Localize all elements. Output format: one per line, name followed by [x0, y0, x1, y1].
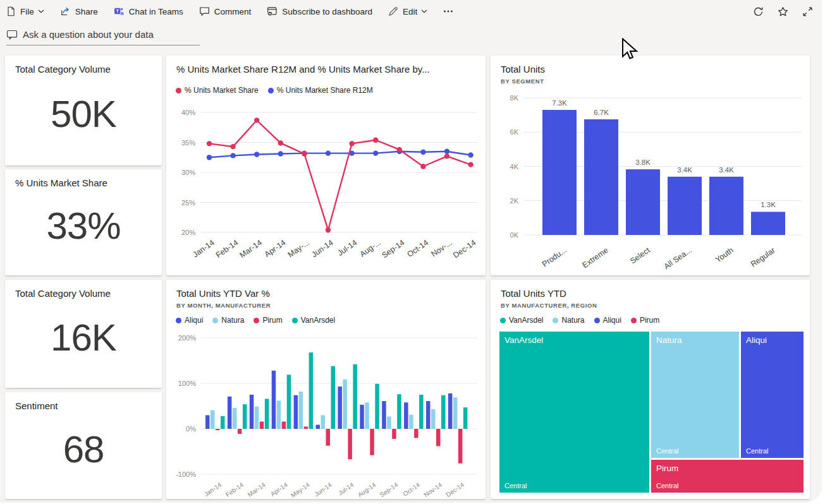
tile-total-units-ytd-treemap[interactable]: Total Units YTD BY MANUFACTURER, REGION … [491, 280, 810, 499]
svg-text:Oct-14: Oct-14 [405, 238, 430, 259]
subscribe-label: Subscribe to dashboard [282, 7, 372, 16]
ellipsis-icon [443, 6, 453, 16]
favorite-star-button[interactable] [778, 6, 788, 17]
treemap-region-label: Central [746, 447, 768, 455]
qa-question-input[interactable]: Ask a question about your data [6, 29, 200, 45]
tile-total-units-ytd-var[interactable]: Total Units YTD Var % BY MONTH, MANUFACT… [166, 280, 486, 499]
comment-button[interactable]: Comment [199, 6, 252, 16]
svg-text:3.4K: 3.4K [719, 166, 734, 174]
legend-item-pirum[interactable]: Pirum [254, 316, 282, 325]
svg-text:Dec-14: Dec-14 [444, 481, 465, 498]
svg-text:T: T [116, 8, 119, 14]
svg-text:Nov-...: Nov-... [430, 238, 454, 259]
grouped-column-chart[interactable]: -100%0%100%200%Jan-14Feb-14Mar-14Apr-14M… [166, 329, 486, 499]
legend-dot [176, 88, 181, 93]
svg-text:Jun-14: Jun-14 [313, 481, 333, 498]
svg-text:Mar-14: Mar-14 [247, 481, 267, 498]
svg-text:3.4K: 3.4K [677, 166, 692, 174]
legend-item-vanarsdel[interactable]: VanArsdel [500, 316, 543, 325]
tile-units-market-share[interactable]: % Units Market Share 33% [5, 169, 162, 275]
treemap-region-label: Central [504, 482, 527, 489]
toolbar: File Share T Chat in Teams Comment [0, 0, 822, 23]
teams-icon: T [114, 6, 125, 16]
legend-item--units-market-share[interactable]: % Units Market Share [176, 86, 259, 95]
legend-dot [594, 318, 600, 323]
legend-label: % Units Market Share R12M [277, 86, 373, 95]
file-menu-button[interactable]: File [6, 6, 44, 16]
treemap-block-vanarsdel[interactable]: VanArsdelCentral [499, 331, 650, 493]
grouped-chart-legend: AliquiNaturaPirumVanArsdel [176, 316, 335, 325]
legend-item-natura[interactable]: Natura [553, 316, 584, 325]
legend-item--units-market-share-r12m[interactable]: % Units Market Share R12M [268, 86, 373, 95]
tile-title: Total Category Volume [15, 288, 111, 299]
subscribe-button[interactable]: Subscribe to dashboard [267, 6, 372, 16]
chevron-down-icon [421, 9, 427, 13]
legend-item-aliqui[interactable]: Aliqui [176, 316, 203, 325]
chat-in-teams-label: Chat in Teams [129, 7, 183, 16]
legend-dot [500, 318, 506, 323]
svg-text:Produ...: Produ... [541, 246, 568, 269]
legend-label: VanArsdel [301, 316, 335, 325]
svg-text:Select: Select [628, 246, 652, 266]
chart-title: % Units Market Share R12M and % Units Ma… [176, 64, 430, 75]
svg-text:Sep-14: Sep-14 [379, 481, 400, 498]
treemap-block-natura[interactable]: NaturaCentral [651, 331, 740, 459]
treemap-chart[interactable]: VanArsdelCentralNaturaCentralAliquiCentr… [499, 331, 804, 493]
subscribe-icon [267, 6, 278, 16]
svg-text:8K: 8K [510, 94, 519, 102]
chat-in-teams-button[interactable]: T Chat in Teams [114, 6, 183, 16]
svg-text:Jan-14: Jan-14 [191, 238, 216, 259]
svg-text:Apr-14: Apr-14 [269, 481, 289, 497]
tile-market-share-line-chart[interactable]: % Units Market Share R12M and % Units Ma… [166, 56, 486, 275]
svg-text:Sep-14: Sep-14 [380, 238, 406, 260]
svg-text:Aug-...: Aug-... [358, 238, 382, 259]
qa-placeholder-text: Ask a question about your data [23, 29, 154, 40]
treemap-block-label: Natura [656, 335, 682, 345]
tile-title: % Units Market Share [15, 177, 107, 188]
legend-label: Aliqui [603, 316, 621, 325]
kpi-value: 68 [5, 427, 162, 471]
fullscreen-expand-button[interactable] [802, 6, 813, 17]
tile-total-category-volume[interactable]: Total Category Volume 50K [5, 56, 162, 165]
legend-item-vanarsdel[interactable]: VanArsdel [292, 316, 335, 325]
tile-total-units-by-segment[interactable]: Total Units BY SEGMENT 0K2K4K6K8K7.3KPro… [491, 56, 810, 275]
file-icon [6, 6, 16, 16]
svg-text:Jul-14: Jul-14 [336, 238, 358, 258]
segment-bar-chart[interactable]: 0K2K4K6K8K7.3KProdu...6.7KExtreme3.8KSel… [491, 86, 810, 275]
file-label: File [20, 7, 34, 16]
legend-label: VanArsdel [509, 316, 543, 325]
legend-item-pirum[interactable]: Pirum [631, 316, 659, 325]
more-options-button[interactable] [443, 6, 458, 16]
legend-label: Natura [561, 316, 584, 325]
legend-item-aliqui[interactable]: Aliqui [594, 316, 621, 325]
svg-text:Dec-14: Dec-14 [451, 238, 477, 260]
refresh-button[interactable] [753, 6, 764, 17]
edit-menu-button[interactable]: Edit [388, 6, 427, 16]
svg-text:35%: 35% [181, 139, 195, 147]
svg-text:Mar-14: Mar-14 [238, 238, 264, 260]
svg-text:All Sea...: All Sea... [663, 246, 694, 271]
svg-text:Jan-14: Jan-14 [203, 481, 223, 498]
treemap-block-pirum[interactable]: PirumCentral [651, 459, 804, 493]
svg-text:3.8K: 3.8K [635, 159, 651, 166]
share-button[interactable]: Share [60, 6, 98, 16]
dashboard-canvas: File Share T Chat in Teams Comment [0, 0, 822, 503]
svg-text:200%: 200% [178, 334, 196, 342]
svg-text:Apr-14: Apr-14 [263, 238, 288, 259]
legend-item-natura[interactable]: Natura [212, 316, 244, 325]
treemap-region-label: Central [656, 447, 678, 455]
svg-text:Jun-14: Jun-14 [310, 238, 334, 259]
svg-text:4K: 4K [510, 163, 519, 171]
comment-icon [199, 6, 210, 16]
svg-text:Oct-14: Oct-14 [401, 481, 421, 497]
svg-text:Feb-14: Feb-14 [214, 238, 240, 260]
line-chart[interactable]: 20%25%30%35%40%Jan-14Feb-14Mar-14Apr-14M… [166, 104, 486, 275]
tile-total-category-volume-2[interactable]: Total Category Volume 16K [5, 280, 162, 388]
edit-label: Edit [403, 7, 417, 16]
tile-sentiment[interactable]: Sentiment 68 [5, 392, 162, 499]
legend-dot [631, 318, 637, 323]
svg-text:Nov-14: Nov-14 [422, 481, 443, 498]
chart-subtitle: BY SEGMENT [501, 78, 544, 85]
treemap-block-aliqui[interactable]: AliquiCentral [740, 331, 804, 459]
chat-bubble-icon [6, 30, 18, 40]
